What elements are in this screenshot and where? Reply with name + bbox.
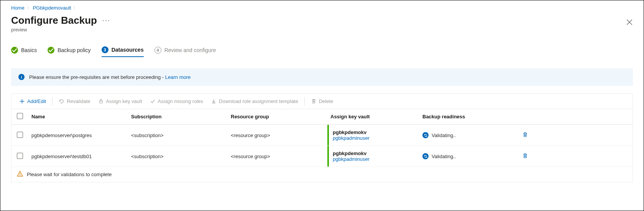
table-header: Name Subscription Resource group Assign … xyxy=(12,109,632,124)
cell-subscription: <subscription> xyxy=(128,128,228,143)
check-icon xyxy=(48,47,54,54)
step-label: Datasources xyxy=(112,47,144,53)
breadcrumb: Home 〉 PGbkpdemovault 〉 xyxy=(11,4,633,11)
separator xyxy=(304,97,305,106)
cell-resource-group: <resource group> xyxy=(228,149,327,164)
key-vault-name: pgbkpdemokv xyxy=(333,150,416,156)
trash-icon xyxy=(522,132,528,138)
cell-key-vault: pgbkpdemokv pgbkpadminuser xyxy=(327,146,419,167)
lock-icon xyxy=(98,98,104,104)
step-number: 4 xyxy=(154,47,161,54)
download-icon xyxy=(211,98,217,104)
readiness-status: Validating.. xyxy=(432,132,456,138)
key-vault-secret-link[interactable]: pgbkpadminuser xyxy=(333,156,416,162)
row-delete-button[interactable] xyxy=(519,148,542,165)
chevron-right-icon: 〉 xyxy=(73,5,77,11)
svg-rect-0 xyxy=(99,101,102,103)
row-checkbox[interactable] xyxy=(17,132,23,138)
select-all-checkbox[interactable] xyxy=(17,113,23,119)
row-delete-button[interactable] xyxy=(519,127,542,144)
add-edit-button[interactable]: Add/Edit xyxy=(15,97,50,106)
check-icon xyxy=(11,47,18,54)
trash-icon xyxy=(522,153,528,159)
step-label: Basics xyxy=(21,47,37,53)
sync-icon xyxy=(422,132,429,138)
col-readiness: Backup readiness xyxy=(419,110,519,123)
readiness-status: Validating.. xyxy=(432,154,456,159)
breadcrumb-home[interactable]: Home xyxy=(11,5,25,11)
assign-key-vault-button[interactable]: Assign key vault xyxy=(94,97,146,106)
datasources-table: Add/Edit Revalidate Assign key vault Ass… xyxy=(11,93,633,182)
key-vault-name: pgbkpdemokv xyxy=(333,129,416,135)
col-name: Name xyxy=(28,110,128,123)
download-template-button[interactable]: Download role assignment template xyxy=(207,97,302,106)
svg-rect-1 xyxy=(20,173,20,175)
validation-message: Please wait for validations to complete xyxy=(27,172,112,177)
step-number: 3 xyxy=(102,46,108,53)
delete-button[interactable]: Delete xyxy=(307,97,337,106)
chevron-right-icon: 〉 xyxy=(27,5,31,11)
cell-key-vault: pgbkpdemokv pgbkpadminuser xyxy=(327,125,419,146)
more-icon[interactable]: ··· xyxy=(102,16,110,25)
revalidate-button[interactable]: Revalidate xyxy=(55,97,94,106)
page-title: Configure Backup xyxy=(11,15,97,26)
table-toolbar: Add/Edit Revalidate Assign key vault Ass… xyxy=(12,94,632,109)
validation-footer: Please wait for validations to complete xyxy=(12,167,632,182)
assign-missing-roles-button[interactable]: Assign missing roles xyxy=(146,97,207,106)
separator xyxy=(52,97,53,106)
cell-readiness: Validating.. xyxy=(419,149,519,164)
table-row: pgbkpdemoserver\testdb01 <subscription> … xyxy=(12,146,632,167)
close-button[interactable] xyxy=(626,19,633,27)
cell-readiness: Validating.. xyxy=(419,128,519,143)
page-subtitle: preview xyxy=(11,27,633,33)
table-row: pgbkpdemoserver\postgres <subscription> … xyxy=(12,124,632,146)
breadcrumb-vault[interactable]: PGbkpdemovault xyxy=(33,5,71,11)
info-bar: i Please ensure the pre-requisites are m… xyxy=(11,68,633,86)
info-text: Please ensure the pre-requisites are met… xyxy=(29,74,165,80)
col-subscription: Subscription xyxy=(128,110,228,123)
learn-more-link[interactable]: Learn more xyxy=(165,74,191,80)
cell-name: pgbkpdemoserver\postgres xyxy=(28,128,128,143)
stepper: Basics Backup policy 3 Datasources 4 Rev… xyxy=(11,46,633,57)
check-icon xyxy=(150,98,156,104)
col-key-vault: Assign key vault xyxy=(327,110,419,123)
step-datasources[interactable]: 3 Datasources xyxy=(102,46,144,57)
step-backup-policy[interactable]: Backup policy xyxy=(48,47,90,57)
row-checkbox[interactable] xyxy=(17,153,23,159)
step-basics[interactable]: Basics xyxy=(11,47,37,57)
refresh-icon xyxy=(59,98,64,104)
cell-name: pgbkpdemoserver\testdb01 xyxy=(28,149,128,164)
plus-icon xyxy=(19,98,25,104)
sync-icon xyxy=(422,153,429,159)
cell-resource-group: <resource group> xyxy=(228,128,327,143)
step-label: Review and configure xyxy=(164,47,216,53)
step-review[interactable]: 4 Review and configure xyxy=(154,47,216,57)
info-icon: i xyxy=(18,74,25,80)
key-vault-secret-link[interactable]: pgbkpadminuser xyxy=(333,135,416,141)
close-icon xyxy=(626,19,633,26)
trash-icon xyxy=(311,98,317,104)
svg-rect-2 xyxy=(20,175,20,175)
col-resource-group: Resource group xyxy=(228,110,327,123)
cell-subscription: <subscription> xyxy=(128,149,228,164)
warning-icon xyxy=(17,171,23,178)
step-label: Backup policy xyxy=(58,47,90,53)
